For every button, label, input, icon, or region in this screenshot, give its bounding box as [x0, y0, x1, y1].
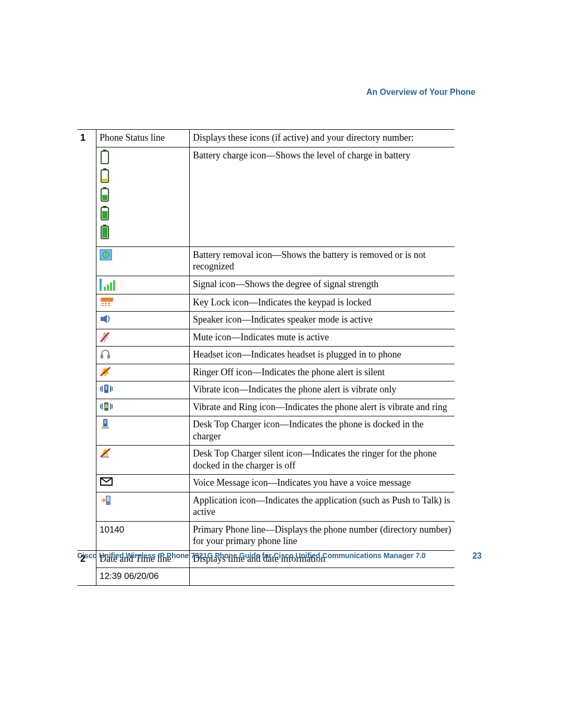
row1-desc: Displays these icons (if active) and you…	[190, 130, 455, 147]
mute-icon	[100, 331, 186, 343]
vibrate-ring-desc: Vibrate and Ring icon—Indicates the phon…	[190, 399, 455, 416]
svg-rect-24	[102, 303, 104, 304]
svg-rect-34	[101, 354, 103, 359]
signal-desc: Signal icon—Shows the degree of signal s…	[190, 276, 455, 294]
svg-rect-28	[105, 305, 107, 306]
battery-removal-desc: Battery removal icon—Shows the battery i…	[190, 246, 455, 276]
voice-message-icon	[100, 477, 186, 486]
svg-rect-50	[104, 420, 106, 424]
battery-charge-icon	[100, 150, 186, 239]
svg-rect-19	[104, 287, 106, 291]
phone-status-table: 1 Phone Status line Displays these icons…	[77, 129, 455, 586]
key-lock-icon	[100, 297, 186, 307]
svg-rect-25	[105, 303, 107, 304]
ringer-desc: Ringer Off icon—Indicates the phone aler…	[190, 364, 455, 381]
svg-rect-21	[110, 282, 112, 291]
vibrate-icon	[100, 384, 186, 394]
datetime-desc-empty	[190, 568, 455, 586]
svg-rect-13	[102, 227, 107, 238]
svg-rect-29	[108, 305, 110, 306]
svg-rect-39	[105, 386, 107, 390]
signal-icon	[100, 278, 186, 291]
svg-rect-4	[102, 179, 107, 181]
row1-label: Phone Status line	[96, 130, 190, 147]
keylock-desc: Key Lock icon—Indicates the keypad is lo…	[190, 294, 455, 312]
desktop-charger-silent-icon	[100, 448, 186, 459]
svg-rect-51	[102, 426, 109, 429]
battery-desc: Battery charge icon—Shows the level of c…	[190, 147, 455, 246]
mute-desc: Mute icon—Indicates mute is active	[190, 329, 455, 347]
svg-point-36	[104, 374, 106, 376]
svg-rect-23	[101, 298, 113, 302]
charger-desc: Desk Top Charger icon—Indicates the phon…	[190, 416, 455, 446]
svg-rect-1	[101, 151, 108, 164]
ringer-off-icon	[100, 366, 186, 377]
charger-silent-desc: Desk Top Charger silent icon—Indicates t…	[190, 446, 455, 475]
section-header: An Overview of Your Phone	[366, 88, 475, 97]
headset-icon	[100, 349, 186, 360]
speaker-desc: Speaker icon—Indicates speaker mode is a…	[190, 312, 455, 329]
desktop-charger-icon	[100, 418, 186, 430]
svg-rect-7	[102, 195, 107, 200]
svg-rect-17	[100, 280, 102, 291]
page-footer: Cisco Unified Wireless IP Phone 7921G Ph…	[77, 551, 486, 561]
footer-title: Cisco Unified Wireless IP Phone 7921G Ph…	[77, 551, 426, 560]
svg-rect-56	[107, 497, 109, 501]
application-icon	[100, 495, 186, 506]
datetime-example: 12:39 06/20/06	[100, 571, 158, 581]
main-table-wrapper: 1 Phone Status line Displays these icons…	[77, 129, 455, 586]
primary-desc: Primary Phone line—Displays the phone nu…	[190, 521, 455, 550]
voicemail-desc: Voice Message icon—Indicates you have a …	[190, 475, 455, 492]
svg-rect-22	[113, 280, 115, 291]
speaker-icon	[100, 314, 186, 324]
application-desc: Application icon—Indicates the applicati…	[190, 492, 455, 521]
svg-rect-20	[107, 285, 109, 291]
svg-rect-35	[107, 354, 110, 359]
svg-marker-30	[101, 315, 107, 323]
primary-number-example: 10140	[100, 525, 124, 535]
row-number-1: 1	[77, 130, 96, 551]
vibrate-desc: Vibrate icon—Indicates the phone alert i…	[190, 381, 455, 399]
svg-rect-10	[102, 211, 107, 219]
vibrate-ring-icon	[100, 401, 186, 412]
svg-rect-27	[102, 305, 104, 306]
svg-rect-26	[108, 303, 110, 304]
battery-removal-icon: ?	[100, 249, 186, 261]
headset-desc: Headset icon—Indicates headset is plugge…	[190, 347, 455, 364]
page-number: 23	[472, 551, 482, 561]
svg-text:?: ?	[105, 252, 107, 258]
